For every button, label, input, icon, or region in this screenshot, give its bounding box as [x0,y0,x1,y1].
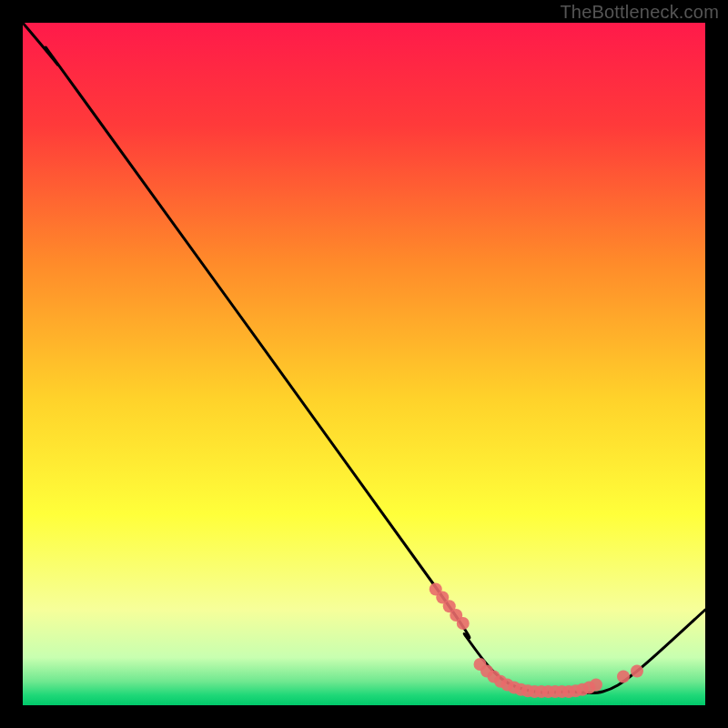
data-point [617,671,630,683]
data-point [457,617,470,630]
data-point [590,679,602,692]
plot-area [23,23,705,705]
data-point [631,665,643,678]
gradient-background [23,23,705,705]
chart-frame: TheBottleneck.com [0,0,728,728]
plot-svg [23,23,705,705]
watermark-text: TheBottleneck.com [560,2,719,23]
